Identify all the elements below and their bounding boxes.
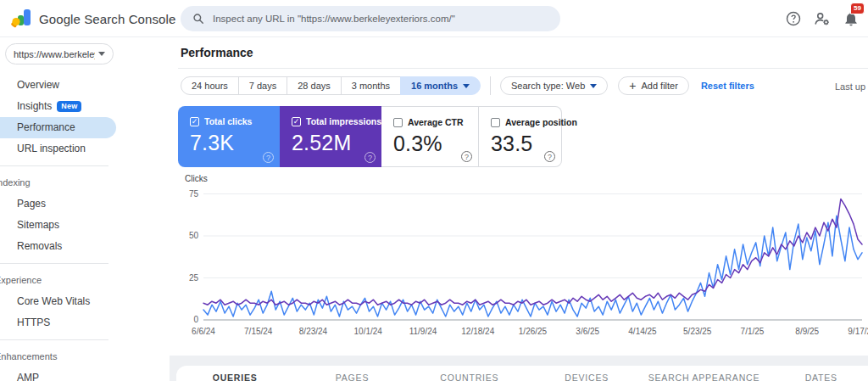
sidebar-item-label: Core Web Vitals xyxy=(17,291,90,312)
x-axis-label: 6/6/24 xyxy=(178,327,229,336)
chart-canvas[interactable] xyxy=(178,170,868,322)
search-type-dropdown[interactable]: Search type: Web xyxy=(500,76,608,95)
plus-icon: + xyxy=(629,80,636,92)
property-selector[interactable]: https://www.berkeleye... xyxy=(5,43,114,64)
x-axis-label: 7/1/25 xyxy=(727,327,778,336)
manage-users-icon[interactable] xyxy=(812,8,832,29)
x-axis-label: 8/23/24 xyxy=(288,327,339,336)
notifications-bell-icon[interactable]: 59 xyxy=(841,8,861,29)
tab-pages[interactable]: PAGES xyxy=(293,366,410,381)
date-range-chip-group: 24 hours7 days28 days3 months16 months xyxy=(181,76,481,95)
sidebar-item-url-inspection[interactable]: URL inspection xyxy=(0,138,116,160)
tab-queries[interactable]: QUERIES xyxy=(176,366,293,381)
help-icon[interactable]: ? xyxy=(263,152,274,163)
sidebar-item-label: HTTPS xyxy=(17,312,50,333)
metric-card-header: ✓Total clicks xyxy=(190,116,280,126)
sidebar-section-indexing: Indexing xyxy=(0,172,170,193)
y-axis-tick: 75 xyxy=(178,189,198,199)
date-range-chip-24-hours[interactable]: 24 hours xyxy=(181,76,239,95)
x-axis-label: 10/1/24 xyxy=(342,327,393,336)
sidebar-item-label: Pages xyxy=(17,193,46,215)
sidebar-item-performance[interactable]: Performance xyxy=(0,117,116,138)
sidebar-item-label: Insights xyxy=(17,96,52,117)
sidebar: https://www.berkeleye... OverviewInsight… xyxy=(0,37,170,381)
logo[interactable]: Google Search Console xyxy=(10,8,175,30)
date-range-chip-3-months[interactable]: 3 months xyxy=(341,76,401,95)
tab-devices[interactable]: DEVICES xyxy=(528,366,645,381)
unchecked-checkbox[interactable] xyxy=(393,118,403,127)
series-line-total-clicks xyxy=(203,216,862,317)
chip-label: 16 months xyxy=(411,81,458,91)
help-icon[interactable] xyxy=(783,8,804,29)
help-icon[interactable]: ? xyxy=(364,152,376,163)
url-inspect-searchbar[interactable] xyxy=(181,6,560,31)
search-icon xyxy=(192,13,204,25)
x-axis-label: 9/17/25 xyxy=(837,327,868,336)
date-range-chip-16-months[interactable]: 16 months xyxy=(400,76,481,95)
sidebar-item-label: Overview xyxy=(17,75,59,96)
sidebar-item-overview[interactable]: Overview xyxy=(0,75,116,96)
x-axis-label: 4/14/25 xyxy=(617,327,668,336)
search-type-label: Search type: Web xyxy=(511,81,585,91)
sidebar-item-label: AMP xyxy=(17,367,39,381)
x-axis-label: 7/15/24 xyxy=(233,327,284,336)
add-filter-button[interactable]: + Add filter xyxy=(618,76,689,95)
sidebar-item-label: Performance xyxy=(17,117,75,138)
date-range-chip-28-days[interactable]: 28 days xyxy=(287,76,342,95)
sidebar-divider xyxy=(0,165,108,166)
checked-checkbox[interactable]: ✓ xyxy=(190,117,199,126)
chevron-down-icon xyxy=(590,84,597,88)
x-axis-label: 8/9/25 xyxy=(782,327,832,336)
tab-search-appearance[interactable]: SEARCH APPEARANCE xyxy=(645,366,762,381)
chip-label: 7 days xyxy=(249,81,276,91)
series-line-total-impressions xyxy=(203,199,862,305)
property-selector-label: https://www.berkeleye... xyxy=(14,49,95,59)
unchecked-checkbox[interactable] xyxy=(491,118,500,127)
sidebar-item-pages[interactable]: Pages xyxy=(0,193,116,215)
sidebar-item-amp[interactable]: AMP xyxy=(0,367,116,381)
metric-card-average-ctr[interactable]: Average CTR0.3%? xyxy=(381,106,479,167)
metric-label: Total clicks xyxy=(204,116,252,126)
metric-card-header: Average CTR xyxy=(393,117,478,127)
add-filter-label: Add filter xyxy=(641,81,677,91)
sidebar-item-insights[interactable]: InsightsNew xyxy=(0,96,116,117)
help-icon[interactable]: ? xyxy=(461,151,472,162)
reset-filters-link[interactable]: Reset filters xyxy=(701,81,754,91)
metric-card-header: ✓Total impressions xyxy=(292,116,381,126)
top-bar: Google Search Console xyxy=(0,0,868,37)
chip-label: 28 days xyxy=(298,81,331,91)
header-divider xyxy=(178,68,868,69)
metric-card-total-impressions[interactable]: ✓Total impressions2.52M? xyxy=(280,106,381,167)
last-updated-text: Last up xyxy=(835,81,865,92)
sidebar-item-sitemaps[interactable]: Sitemaps xyxy=(0,215,116,236)
sidebar-nav: OverviewInsightsNewPerformanceURL inspec… xyxy=(0,75,170,381)
checked-checkbox[interactable]: ✓ xyxy=(292,117,301,126)
x-axis-label: 1/26/25 xyxy=(508,327,559,336)
tab-dates[interactable]: DATES xyxy=(763,366,868,381)
metric-card-total-clicks[interactable]: ✓Total clicks7.3K? xyxy=(178,106,280,167)
sidebar-item-label: URL inspection xyxy=(17,138,86,160)
dimension-tabs: QUERIESPAGESCOUNTRIESDEVICESSEARCH APPEA… xyxy=(176,366,868,381)
x-axis-label: 12/18/24 xyxy=(453,327,504,336)
metric-label: Average CTR xyxy=(408,117,464,127)
sidebar-item-https[interactable]: HTTPS xyxy=(0,312,116,333)
date-range-chip-7-days[interactable]: 7 days xyxy=(238,76,287,95)
chip-label: 24 hours xyxy=(192,81,228,91)
chevron-down-icon xyxy=(98,52,105,56)
sidebar-item-core-web-vitals[interactable]: Core Web Vitals xyxy=(0,291,116,312)
metric-cards: ✓Total clicks7.3K?✓Total impressions2.52… xyxy=(178,106,562,167)
metric-card-header: Average position xyxy=(491,117,561,127)
y-axis-tick: 25 xyxy=(178,273,198,283)
google-search-console-app: Google Search Console xyxy=(0,0,868,381)
url-inspect-input[interactable] xyxy=(213,14,548,24)
metric-card-average-position[interactable]: Average position33.5? xyxy=(479,106,562,167)
app-title: Google Search Console xyxy=(39,12,175,26)
help-icon[interactable]: ? xyxy=(544,151,555,162)
x-axis-label: 11/9/24 xyxy=(398,327,448,336)
y-axis-tick: 50 xyxy=(178,231,198,240)
sidebar-item-removals[interactable]: Removals xyxy=(0,236,116,257)
filter-divider xyxy=(490,76,491,95)
tab-countries[interactable]: COUNTRIES xyxy=(411,366,528,381)
metric-label: Total impressions xyxy=(306,116,381,126)
search-console-logo-icon xyxy=(10,8,32,30)
